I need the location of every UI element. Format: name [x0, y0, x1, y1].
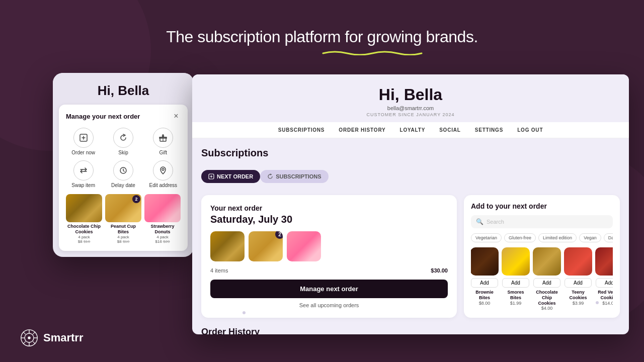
filter-dairy-free[interactable]: Dairy-free	[604, 233, 613, 242]
swap-icon	[73, 160, 94, 180]
order-date: Saturday, July 30	[210, 214, 448, 225]
dialog-title: Manage your next order	[66, 113, 140, 120]
product-2-badge: 2	[132, 195, 140, 203]
browser-nav: SUBSCRIPTIONS ORDER HISTORY LOYALTY SOCI…	[192, 122, 629, 138]
mobile-product-1: Chocolate Chip Cookies 4 pack $8 $10	[66, 194, 102, 244]
logo-text: Smartrr	[43, 331, 83, 344]
mobile-card: Hi, Bella Manage your next order × Order…	[53, 73, 194, 257]
filter-vegetarian[interactable]: Vegetarian	[471, 233, 502, 242]
desktop-product-choc-chip: Add Chocolate Chip Cookies $4.00	[533, 247, 560, 311]
product-2-image: 2	[105, 194, 141, 222]
mobile-greeting: Hi, Bella	[63, 83, 184, 99]
teeny-name: Teeny Cookies	[565, 290, 592, 301]
brownie-name: Brownie Bites	[471, 290, 498, 301]
nav-social[interactable]: SOCIAL	[439, 127, 461, 133]
teeny-price: $3.99	[573, 301, 584, 306]
product-3-price: $16 $20	[155, 239, 170, 244]
delay-icon	[113, 160, 133, 180]
brownie-image	[471, 247, 499, 276]
product-1-pack: 4 pack	[78, 235, 90, 239]
swap-label: Swap item	[71, 183, 95, 188]
product-2-name: Peanut Cup Bites	[105, 224, 141, 235]
add-smores-button[interactable]: Add	[502, 278, 529, 288]
order-items-count: 4 items	[210, 267, 228, 274]
desktop-product-grid: Add Brownie Bites $8.00 Add Smores Bites…	[471, 247, 613, 311]
desktop-product-teeny: Add Teeny Cookies $3.99	[565, 247, 592, 311]
tab-subscriptions[interactable]: SUBSCRIPTIONS	[260, 170, 328, 183]
smores-image	[502, 247, 530, 276]
address-label: Edit address	[149, 183, 178, 188]
add-choc-chip-button[interactable]: Add	[533, 278, 560, 288]
add-teeny-button[interactable]: Add	[565, 278, 592, 288]
filter-gluten-free[interactable]: Gluten-free	[504, 233, 536, 242]
browser-content: Subscriptions NEXT ORDER SUBSCRIPTIONS Y…	[192, 138, 629, 334]
action-gift[interactable]: Gift	[146, 128, 181, 155]
delay-label: Delay date	[111, 183, 135, 188]
product-1-name: Chocolate Chip Cookies	[66, 224, 102, 235]
mobile-card-header: Hi, Bella	[53, 73, 194, 105]
tabs-row: NEXT ORDER SUBSCRIPTIONS	[201, 170, 620, 183]
tab-next-order[interactable]: NEXT ORDER	[201, 170, 260, 183]
add-brownie-button[interactable]: Add	[471, 278, 498, 288]
content-row: Your next order Saturday, July 30 2 4 it…	[201, 195, 620, 318]
close-button[interactable]: ×	[172, 112, 181, 121]
order-history-title: Order History	[201, 327, 620, 334]
nav-logout[interactable]: LOG OUT	[517, 127, 543, 133]
brownie-price: $8.00	[479, 301, 491, 306]
red-velvet-price: $14.00	[602, 301, 613, 306]
product-3-pack: 4 pack	[156, 235, 169, 239]
action-delay[interactable]: Delay date	[106, 160, 140, 188]
order-item-1	[210, 231, 245, 261]
tagline-text: The subscription platform for growing br…	[0, 28, 644, 46]
nav-settings[interactable]: SETTINGS	[475, 127, 503, 133]
action-address[interactable]: Edit address	[146, 160, 181, 188]
search-icon: 🔍	[476, 218, 484, 225]
svg-line-14	[33, 332, 35, 334]
search-bar[interactable]: 🔍 Search	[471, 215, 613, 228]
underline-decoration	[322, 48, 423, 52]
svg-line-15	[23, 341, 26, 344]
browser-email: bella@smartrr.com	[202, 105, 619, 111]
filter-vegan[interactable]: Vegan	[579, 233, 601, 242]
product-2-pack: 4 pack	[117, 235, 129, 239]
action-order-now[interactable]: Order now	[66, 128, 101, 155]
svg-point-7	[28, 336, 30, 339]
svg-line-13	[33, 341, 35, 344]
order-total: $30.00	[431, 267, 448, 274]
see-all-link[interactable]: See all upcoming orders	[210, 302, 448, 308]
teeny-image	[564, 247, 592, 276]
order-items-row: 2	[210, 231, 448, 261]
order-item-3	[287, 231, 321, 261]
nav-order-history[interactable]: ORDER HISTORY	[339, 127, 385, 133]
choc-chip-name: Chocolate Chip Cookies	[533, 290, 560, 306]
desktop-product-smores: Add Smores Bites $1.99	[502, 247, 529, 311]
section-title: Subscriptions	[201, 147, 620, 159]
next-order-card: Your next order Saturday, July 30 2 4 it…	[201, 195, 457, 318]
red-velvet-name: Red Velvet Cookies	[596, 290, 613, 301]
smores-name: Smores Bites	[502, 290, 529, 301]
skip-icon	[113, 128, 133, 148]
smartrr-logo-icon	[20, 329, 38, 347]
logo-section: Smartrr	[20, 329, 83, 347]
address-icon	[153, 160, 173, 180]
action-skip[interactable]: Skip	[106, 128, 140, 155]
manage-next-order-button[interactable]: Manage next order	[210, 280, 448, 298]
product-1-price: $8 $10	[78, 239, 90, 244]
desktop-product-brownie: Add Brownie Bites $8.00	[471, 247, 498, 311]
browser-inner: Hi, Bella bella@smartrr.com CUSTOMER SIN…	[192, 74, 629, 334]
add-red-velvet-button[interactable]: Add	[596, 278, 613, 288]
nav-loyalty[interactable]: LOYALTY	[400, 127, 426, 133]
browser-since: CUSTOMER SINCE JANUARY 2024	[202, 112, 619, 117]
dot-decor	[243, 311, 246, 314]
browser-header: Hi, Bella bella@smartrr.com CUSTOMER SIN…	[192, 74, 629, 122]
browser-greeting: Hi, Bella	[202, 85, 619, 104]
gift-icon	[153, 128, 173, 148]
filter-limited[interactable]: Limited edition	[538, 233, 577, 242]
svg-point-3	[162, 168, 164, 170]
skip-label: Skip	[118, 150, 128, 155]
order-item-2-badge: 2	[275, 231, 283, 239]
action-swap[interactable]: Swap item	[66, 160, 101, 188]
next-order-icon	[208, 173, 214, 179]
nav-subscriptions[interactable]: SUBSCRIPTIONS	[278, 127, 325, 133]
mobile-dialog: Manage your next order × Order now Skip	[59, 105, 188, 251]
